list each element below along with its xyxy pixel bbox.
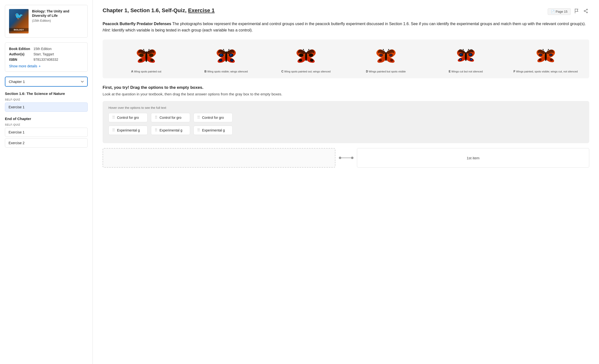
- drag-item-ctrl1[interactable]: ⠿ Control for gro: [108, 113, 148, 122]
- butterfly-container: A Wing spots painted out: [103, 40, 589, 79]
- page-title: Chapter 1, Section 1.6, Self-Quiz, Chapt…: [103, 7, 215, 14]
- svg-point-26: [220, 60, 221, 61]
- butterfly-D-image: [373, 44, 399, 69]
- drag-handle-icon: ⠿: [155, 128, 158, 132]
- drag-item-exp1[interactable]: ⠿ Experimental g: [108, 126, 148, 135]
- connector-line: [341, 158, 351, 158]
- drag-section-title: First, you try! Drag the options to the …: [103, 85, 589, 90]
- svg-point-6: [139, 53, 144, 57]
- svg-point-8: [139, 59, 142, 62]
- svg-point-30: [213, 44, 213, 45]
- authors-value: Starr, Taggart: [33, 51, 84, 57]
- svg-point-31: [225, 52, 227, 61]
- ctrl2-label: Control for gro: [160, 116, 181, 120]
- edition-label: Book Edition: [9, 46, 33, 51]
- isbn-value: 9781337408332: [33, 57, 84, 62]
- svg-line-4: [585, 11, 587, 12]
- svg-point-72: [468, 49, 469, 50]
- svg-point-37: [309, 53, 313, 57]
- end-of-chapter-nav: End of Chapter SELF-QUIZ Exercise 1 Exer…: [5, 117, 88, 148]
- svg-point-62: [470, 54, 471, 55]
- butterfly-A-image: [133, 44, 160, 69]
- drag-item-exp2[interactable]: ⠿ Experimental g: [151, 126, 190, 135]
- end-exercise-2-nav-item[interactable]: Exercise 2: [5, 138, 88, 148]
- butterfly-B-label: B Wing spots visible; wings silenced: [187, 70, 265, 74]
- section-title: Section 1.6: The Science of Nature: [5, 91, 88, 96]
- butterfly-F: F Wings painted, spots visible; wings cu…: [507, 44, 584, 74]
- drag-subtitle: Look at the question in your textbook, t…: [103, 92, 589, 96]
- svg-point-83: [548, 49, 549, 50]
- butterfly-F-label: F Wings painted, spots visible; wings cu…: [507, 70, 584, 74]
- flag-icon: [574, 8, 579, 14]
- book-cover-image: [9, 9, 29, 33]
- drag-handle-icon: ⠿: [155, 116, 158, 120]
- butterfly-A: A Wing spots painted out: [107, 44, 185, 74]
- drag-item-exp3[interactable]: ⠿ Experimental g: [193, 126, 233, 135]
- main-content: Chapter 1, Section 1.6, Self-Quiz, Chapt…: [93, 0, 599, 364]
- svg-point-2: [584, 10, 585, 11]
- connector-dot-left: [339, 157, 341, 159]
- svg-point-58: [460, 54, 462, 55]
- svg-point-71: [463, 49, 464, 50]
- plus-icon: +: [39, 64, 41, 68]
- drag-item-ctrl3[interactable]: ⠿ Control for gro: [193, 113, 233, 122]
- page-header: Chapter 1, Section 1.6, Self-Quiz, Chapt…: [103, 7, 589, 16]
- show-more-button[interactable]: Show more details +: [9, 62, 41, 68]
- svg-point-36: [299, 53, 303, 57]
- end-exercise-2-label: Exercise 2: [9, 141, 24, 145]
- butterfly-E-label: E Wings cut but not silenced: [427, 70, 504, 74]
- question-text: Peacock Butterfly Predator Defenses The …: [103, 21, 589, 34]
- experimental-items-row: ⠿ Experimental g ⠿ Experimental g ⠿ Expe…: [108, 126, 583, 135]
- butterfly-B-image: [213, 44, 240, 69]
- butterfly-D: D Wings painted but spots visible: [347, 44, 425, 74]
- header-actions: 📄 Page 15: [548, 7, 589, 16]
- svg-point-68: [465, 52, 467, 61]
- exercise-1-nav-item[interactable]: Exercise 1: [5, 102, 88, 112]
- butterfly-grid: A Wing spots painted out: [107, 44, 584, 74]
- drag-section: First, you try! Drag the options to the …: [103, 85, 589, 168]
- svg-point-67: [470, 59, 472, 60]
- svg-point-82: [543, 49, 544, 50]
- butterfly-C: C Wing spots painted out; wings silenced: [267, 44, 345, 74]
- drop-zone-right[interactable]: 1st item: [357, 148, 589, 168]
- butterfly-C-image: [293, 44, 320, 69]
- drop-zone-row: 1st item: [103, 148, 589, 168]
- svg-point-39: [310, 59, 313, 62]
- svg-point-14: [149, 49, 150, 50]
- svg-point-76: [550, 54, 552, 56]
- edition-value: 15th Edition: [33, 46, 84, 51]
- svg-point-9: [150, 59, 154, 62]
- flag-button[interactable]: [573, 7, 580, 16]
- svg-point-44: [308, 49, 309, 50]
- svg-point-19: [221, 55, 221, 55]
- svg-point-7: [149, 53, 153, 57]
- question-bold: Peacock Butterfly Predator Defenses: [103, 22, 171, 26]
- svg-point-65: [460, 59, 461, 60]
- svg-point-23: [231, 55, 231, 55]
- end-of-chapter-title: End of Chapter: [5, 117, 88, 121]
- drag-handle-icon: ⠿: [112, 128, 115, 132]
- drag-pool-hint: Hover over the options to see the full t…: [108, 106, 583, 110]
- butterfly-E-image: [452, 44, 479, 69]
- drag-item-ctrl2[interactable]: ⠿ Control for gro: [151, 113, 190, 122]
- svg-point-38: [299, 59, 302, 62]
- chapter-dropdown[interactable]: Chapter 1 Chapter 2 Chapter 3: [5, 77, 88, 87]
- svg-point-1: [587, 12, 588, 13]
- book-edition: (15th Edition): [32, 19, 84, 22]
- svg-point-35: [228, 49, 229, 50]
- svg-point-78: [550, 59, 553, 61]
- drop-zone-left[interactable]: [103, 148, 335, 168]
- butterfly-B: B Wing spots visible; wings silenced: [187, 44, 265, 74]
- drag-pool: Hover over the options to see the full t…: [103, 101, 589, 143]
- share-button[interactable]: [582, 8, 589, 16]
- end-exercise-1-nav-item[interactable]: Exercise 1: [5, 128, 88, 137]
- svg-point-50: [390, 59, 393, 61]
- svg-point-13: [143, 49, 144, 50]
- svg-point-59: [461, 54, 461, 55]
- butterfly-F-image: [532, 44, 559, 69]
- drag-handle-icon: ⠿: [197, 128, 200, 132]
- sidebar: Biology: The Unity and Diversity of Life…: [0, 0, 93, 364]
- breadcrumb-prefix: Chapter 1, Section 1.6, Self-Quiz,: [103, 7, 188, 13]
- svg-point-74: [539, 54, 542, 56]
- first-item-label: 1st item: [467, 156, 480, 160]
